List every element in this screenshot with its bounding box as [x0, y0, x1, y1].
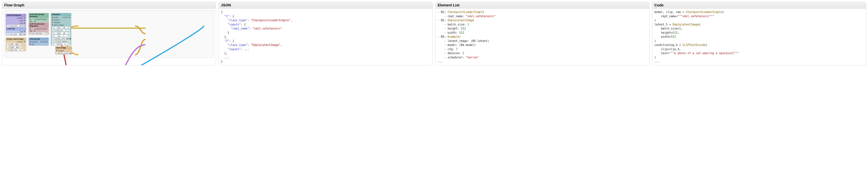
node-load-vae[interactable]: Load VAE VAE ◀ vae_name sdxl_vae.s... ▶ [6, 27, 26, 35]
node-load-checkpoint[interactable]: Load Checkpoint MODEL CLIP VAE ◀ ckpt_na… [6, 14, 26, 27]
node-empty-latent[interactable]: Empty Latent Image LATENT ◀ width 512 ▶ … [6, 37, 26, 51]
code-title: Code [652, 2, 866, 9]
element-list-code: - N1: CheckpointLoaderSimple - ckpt_name… [438, 10, 647, 64]
code-panel: Code model, clip, vae = CheckpointLoader… [652, 2, 866, 65]
flow-graph-title: Flow Graph [2, 2, 216, 9]
element-list-title: Element List [436, 2, 649, 9]
node-vae-decode[interactable]: VAE Decode samplesIMAGE vae [29, 37, 49, 45]
element-list-panel: Element List - N1: CheckpointLoaderSimpl… [435, 2, 650, 65]
node-encode-negative[interactable]: CLIP Text Encode (Negative) clipCONDITIO… [29, 23, 49, 35]
json-title: JSON [219, 2, 432, 9]
node-ksampler[interactable]: KSampler modelLATENT positive negative l… [51, 13, 71, 45]
json-code: { "1": { "class_type": "CheckpointLoader… [221, 10, 430, 64]
node-save-image[interactable]: Save Image images filename_prefixcat [55, 46, 72, 55]
flow-graph-canvas[interactable]: Load Checkpoint MODEL CLIP VAE ◀ ckpt_na… [4, 10, 214, 58]
flow-graph-panel: Flow Graph [2, 2, 216, 65]
json-panel: JSON { "1": { "class_type": "CheckpointL… [218, 2, 433, 65]
code-code: model, clip, vae = CheckpointLoaderSimpl… [654, 10, 864, 64]
